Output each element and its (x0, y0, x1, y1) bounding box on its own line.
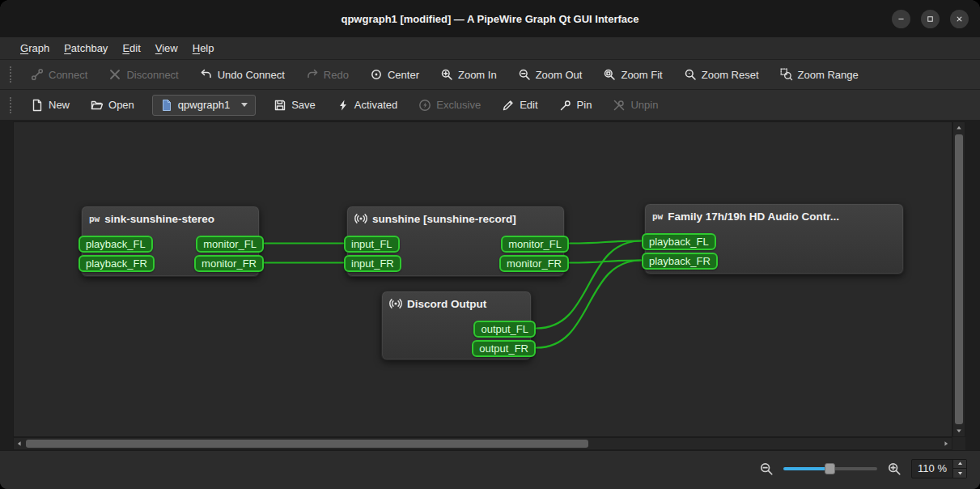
window-title: qpwgraph1 [modified] — A PipeWire Graph … (341, 13, 638, 25)
disconnect-icon (108, 68, 121, 81)
pipewire-icon: pw (652, 210, 663, 223)
edit-icon (502, 99, 515, 112)
close-button[interactable] (950, 10, 969, 28)
unpin-button[interactable]: Unpin (606, 94, 664, 117)
port-input-input_FR[interactable]: input_FR (344, 255, 401, 272)
toolbar-graph: ConnectDisconnectUndo ConnectRedoCenterZ… (0, 59, 980, 89)
undo-connect-button[interactable]: Undo Connect (193, 63, 291, 86)
center-button[interactable]: Center (363, 63, 426, 86)
node-title: sunshine [sunshine-record] (372, 213, 516, 225)
toolbar-patchbay: NewOpenqpwgraph1SaveActivatedExclusiveEd… (0, 89, 980, 120)
port-output-monitor_FR[interactable]: monitor_FR (194, 255, 264, 272)
minimize-button[interactable] (892, 10, 910, 28)
zoom-slider-handle[interactable] (825, 463, 835, 474)
vertical-scrollbar-thumb[interactable] (955, 134, 963, 424)
port-input-playback_FR[interactable]: playback_FR (642, 253, 718, 270)
save-button[interactable]: Save (267, 94, 322, 117)
patchbay-profile-combo[interactable]: qpwgraph1 (152, 95, 256, 116)
horizontal-scrollbar[interactable] (13, 437, 952, 450)
toolbar-button-label: Unpin (630, 99, 658, 111)
edit-button[interactable]: Edit (495, 94, 544, 117)
zoom-slider-track (830, 467, 877, 470)
toolbar-drag-handle[interactable] (10, 97, 15, 113)
maximize-button[interactable] (921, 10, 940, 28)
node-title-bar: pwsink-sunshine-stereo (82, 206, 259, 225)
chevron-down-icon (241, 103, 248, 107)
port-output-monitor_FL[interactable]: monitor_FL (501, 236, 569, 253)
node-title-bar: Discord Output (382, 291, 531, 310)
port-input-input_FL[interactable]: input_FL (344, 236, 400, 253)
port-output-monitor_FR[interactable]: monitor_FR (499, 255, 569, 272)
toolbar-button-label: Zoom Range (798, 69, 859, 81)
node-discord[interactable]: Discord Outputoutput_FLoutput_FR (381, 291, 532, 360)
connect-icon (31, 68, 44, 81)
toolbar-drag-handle[interactable] (10, 66, 15, 83)
node-family[interactable]: pwFamily 17h/19h HD Audio Contr...playba… (644, 203, 904, 274)
window-maximize-icon (926, 15, 935, 23)
connect-button[interactable]: Connect (24, 63, 94, 86)
exclusive-button[interactable]: Exclusive (412, 94, 487, 117)
menu-item-patchbay[interactable]: Patchbay (57, 37, 115, 59)
horizontal-scrollbar-track[interactable] (588, 438, 940, 449)
scroll-up-button[interactable] (953, 122, 965, 134)
zoom-out-button[interactable]: Zoom Out (511, 63, 589, 86)
toolbar-button-label: Zoom Fit (621, 69, 662, 81)
disconnect-button[interactable]: Disconnect (102, 63, 185, 86)
graph-canvas[interactable]: pwsink-sunshine-stereoplayback_FLplaybac… (13, 121, 952, 437)
scroll-right-button[interactable] (940, 438, 952, 449)
toolbar-button-label: Save (291, 99, 316, 111)
window-close-icon (955, 15, 964, 23)
zoom-spinbox[interactable]: 110 % (911, 459, 967, 478)
toolbar-button-label: Redo (324, 69, 349, 81)
toolbar-button-label: Edit (520, 99, 537, 111)
menu-item-view[interactable]: View (148, 37, 185, 59)
port-input-playback_FR[interactable]: playback_FR (78, 255, 155, 272)
pin-icon (559, 99, 572, 112)
app-window: qpwgraph1 [modified] — A PipeWire Graph … (0, 0, 980, 489)
record-icon (389, 297, 402, 310)
toolbar-button-label: Activated (354, 99, 397, 111)
menubar: GraphPatchbayEditViewHelp (0, 37, 980, 59)
zoom-reset-button[interactable]: Zoom Reset (677, 63, 766, 86)
zoom-out-icon (759, 461, 774, 476)
window-controls (892, 0, 969, 37)
pin-button[interactable]: Pin (553, 94, 599, 117)
titlebar[interactable]: qpwgraph1 [modified] — A PipeWire Graph … (0, 0, 980, 37)
new-button[interactable]: New (24, 94, 76, 117)
node-sunshine[interactable]: sunshine [sunshine-record]input_FLinput_… (346, 206, 565, 277)
unpin-icon (613, 99, 626, 112)
menu-item-edit[interactable]: Edit (115, 37, 147, 59)
port-output-output_FR[interactable]: output_FR (472, 340, 536, 357)
port-output-output_FL[interactable]: output_FL (473, 321, 536, 338)
node-sink[interactable]: pwsink-sunshine-stereoplayback_FLplaybac… (81, 206, 260, 277)
statusbar: 110 % (0, 450, 980, 489)
zoom-fit-button[interactable]: Zoom Fit (596, 63, 668, 86)
menu-item-help[interactable]: Help (185, 37, 222, 59)
zoom-in-button[interactable]: Zoom In (434, 63, 503, 86)
menu-item-graph[interactable]: Graph (13, 37, 57, 59)
zoom-slider[interactable] (783, 462, 877, 475)
zoom-spin-down-button[interactable] (953, 468, 966, 478)
arrow-right-icon (942, 440, 950, 448)
scroll-left-button[interactable] (14, 438, 25, 449)
center-icon (370, 68, 383, 81)
horizontal-scrollbar-thumb[interactable] (26, 440, 588, 448)
zoom-range-button[interactable]: Zoom Range (774, 63, 865, 86)
port-input-playback_FL[interactable]: playback_FL (642, 233, 716, 250)
pipewire-icon: pw (89, 212, 100, 225)
toolbar-button-label: Zoom Out (536, 69, 583, 81)
port-output-monitor_FL[interactable]: monitor_FL (196, 236, 264, 253)
zoom-spin-up-button[interactable] (953, 460, 966, 469)
save-icon (274, 99, 286, 112)
vertical-scrollbar[interactable] (952, 121, 965, 437)
activated-button[interactable]: Activated (330, 94, 404, 117)
connections-layer (14, 122, 952, 436)
redo-button[interactable]: Redo (299, 63, 355, 86)
scroll-down-button[interactable] (953, 425, 965, 436)
zoom-value[interactable]: 110 % (912, 460, 952, 478)
port-input-playback_FL[interactable]: playback_FL (78, 236, 153, 253)
zoom-in-icon (440, 68, 453, 81)
combo-value: qpwgraph1 (178, 99, 230, 111)
toolbar-button-label: Zoom Reset (702, 69, 759, 81)
open-button[interactable]: Open (84, 94, 141, 117)
